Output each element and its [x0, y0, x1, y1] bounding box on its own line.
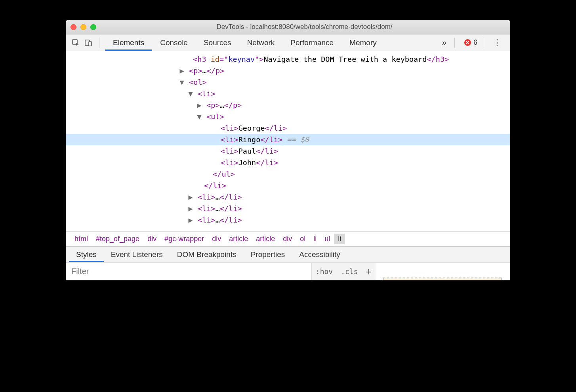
minimize-icon[interactable] [80, 24, 86, 30]
dom-node[interactable]: <li>John</li> [66, 157, 510, 168]
breadcrumb-trail: html#top_of_pagediv#gc-wrapperdivarticle… [66, 231, 510, 246]
svg-rect-2 [89, 42, 92, 46]
breadcrumb-item[interactable]: #top_of_page [92, 234, 143, 244]
box-model-preview [376, 263, 510, 280]
breadcrumb-item[interactable]: li [309, 234, 320, 244]
breadcrumb-item[interactable]: div [279, 234, 296, 244]
subtab-accessibility[interactable]: Accessibility [292, 247, 347, 262]
breadcrumb-item[interactable]: li [334, 234, 345, 244]
class-toggle[interactable]: .cls [337, 267, 362, 276]
dom-node[interactable]: <li>Paul</li> [66, 145, 510, 157]
styles-sidebar-tabs: StylesEvent ListenersDOM BreakpointsProp… [66, 246, 510, 263]
more-tabs-icon[interactable]: » [437, 38, 452, 47]
styles-actions: :hov .cls + [312, 263, 376, 280]
tab-network[interactable]: Network [239, 35, 283, 51]
subtab-event-listeners[interactable]: Event Listeners [104, 247, 170, 262]
breadcrumb-item[interactable]: article [225, 234, 252, 244]
dom-node[interactable]: <li>Ringo</li> == $0••• [66, 134, 510, 145]
styles-filter [66, 263, 312, 280]
close-icon[interactable] [71, 24, 76, 30]
titlebar: DevTools - localhost:8080/web/tools/chro… [66, 20, 510, 34]
breadcrumb-item[interactable]: html [71, 234, 92, 244]
dom-node[interactable]: <h3 id="keynav">Navigate the DOM Tree wi… [66, 53, 510, 65]
hover-toggle[interactable]: :hov [312, 267, 337, 276]
dom-node[interactable]: ▼ <ol> [66, 76, 510, 88]
dom-node[interactable]: ▼ <ul> [66, 111, 510, 122]
error-count: 6 [473, 38, 477, 47]
tab-performance[interactable]: Performance [282, 35, 341, 51]
breadcrumb-item[interactable]: article [252, 234, 279, 244]
breadcrumb-item[interactable]: div [208, 234, 225, 244]
dom-node[interactable]: ▶ <li>…</li> [66, 203, 510, 214]
separator [454, 38, 455, 48]
traffic-lights [71, 24, 96, 30]
tab-memory[interactable]: Memory [341, 35, 385, 51]
error-badge[interactable]: ✕ 6 [460, 38, 481, 47]
styles-toolbar: :hov .cls + [66, 263, 510, 280]
dom-node[interactable]: ▶ <p>…</p> [66, 99, 510, 111]
error-icon: ✕ [464, 39, 471, 46]
tab-elements[interactable]: Elements [105, 35, 152, 51]
inspect-icon[interactable] [71, 38, 80, 47]
tab-console[interactable]: Console [152, 35, 196, 51]
breadcrumb-item[interactable]: #gc-wrapper [160, 234, 208, 244]
filter-input[interactable] [66, 263, 311, 280]
separator [484, 38, 484, 48]
dom-node[interactable]: </li> [66, 180, 510, 191]
main-toolbar: ElementsConsoleSourcesNetworkPerformance… [66, 34, 510, 51]
dom-node[interactable]: ▶ <li>…</li> [66, 191, 510, 203]
subtab-dom-breakpoints[interactable]: DOM Breakpoints [170, 247, 244, 262]
panel-tabs: ElementsConsoleSourcesNetworkPerformance… [105, 35, 437, 51]
dom-node[interactable]: ▶ <p>…</p> [66, 65, 510, 76]
window-title: DevTools - localhost:8080/web/tools/chro… [103, 23, 505, 31]
dom-node[interactable]: ▶ <li>…</li> [66, 214, 510, 226]
partial-line: ▶ <p>…</p> [66, 51, 510, 52]
subtab-styles[interactable]: Styles [69, 247, 104, 262]
device-toggle-icon[interactable] [84, 38, 93, 47]
dom-node[interactable]: ▼ <li> [66, 88, 510, 99]
new-style-rule-icon[interactable]: + [362, 266, 376, 277]
breadcrumb-item[interactable]: ol [296, 234, 309, 244]
settings-kebab-icon[interactable]: ⋮ [490, 38, 505, 48]
subtab-properties[interactable]: Properties [244, 247, 292, 262]
dom-tree[interactable]: ▶ <p>…</p> <h3 id="keynav">Navigate the … [66, 51, 510, 231]
dom-node[interactable]: <li>George</li> [66, 122, 510, 134]
zoom-icon[interactable] [90, 24, 96, 30]
breadcrumb-item[interactable]: ul [320, 234, 334, 244]
dom-node[interactable]: </ul> [66, 168, 510, 180]
margin-box [383, 278, 502, 280]
separator [99, 38, 99, 48]
tab-sources[interactable]: Sources [196, 35, 239, 51]
breadcrumb-item[interactable]: div [143, 234, 160, 244]
devtools-window: DevTools - localhost:8080/web/tools/chro… [66, 20, 510, 280]
